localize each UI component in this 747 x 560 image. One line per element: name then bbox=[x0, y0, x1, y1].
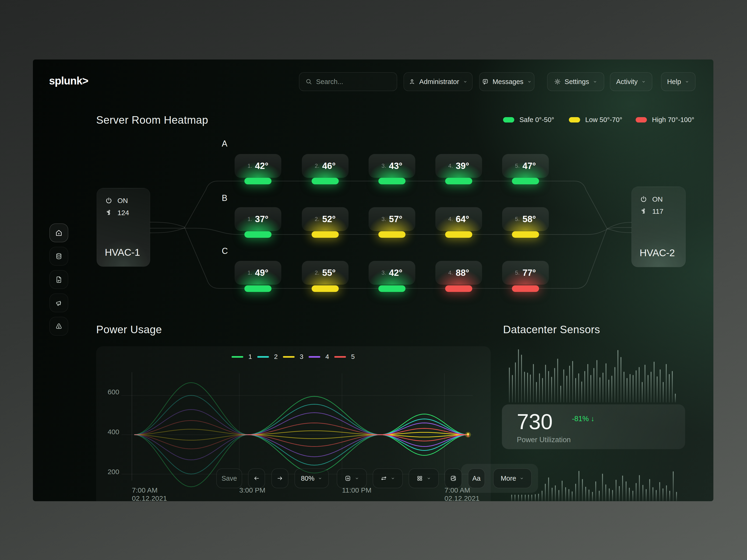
sidebar-item-megaphone[interactable] bbox=[50, 294, 68, 312]
series-swatch bbox=[283, 356, 294, 358]
sensor-node-A-2[interactable]: 2. 46° bbox=[302, 154, 349, 178]
toolbar-arrow-left-button[interactable] bbox=[248, 469, 265, 488]
series-swatch bbox=[309, 356, 320, 358]
chevron-down-icon bbox=[427, 476, 431, 481]
sensor-bar bbox=[629, 374, 630, 402]
menu-administrator[interactable]: Administrator bbox=[404, 72, 472, 91]
toolbar-image-button[interactable] bbox=[445, 469, 462, 488]
grid-icon bbox=[416, 475, 423, 482]
series-name: 3 bbox=[300, 353, 304, 361]
node-index: 2. bbox=[315, 163, 319, 169]
sensor-bar bbox=[530, 374, 531, 402]
sensor-node-C-1[interactable]: 1. 49° bbox=[235, 261, 281, 285]
power-legend-item-4: 4 bbox=[309, 353, 329, 361]
sensor-node-B-5[interactable]: 5. 58° bbox=[502, 207, 549, 231]
sensor-node-C-5[interactable]: 5. 77° bbox=[502, 261, 549, 285]
menu-messages[interactable]: Messages bbox=[479, 72, 534, 91]
menu-help[interactable]: Help bbox=[661, 72, 695, 91]
sensor-node-A-4[interactable]: 4. 39° bbox=[435, 154, 482, 178]
sensor-node-B-3[interactable]: 3. 57° bbox=[368, 207, 415, 231]
sidebar-item-document[interactable] bbox=[50, 270, 68, 289]
image-icon bbox=[450, 475, 457, 482]
menu-label: Messages bbox=[493, 78, 523, 86]
power-legend-item-5: 5 bbox=[334, 353, 355, 361]
sidebar-item-alert[interactable] bbox=[50, 317, 68, 336]
sensor-bar bbox=[639, 367, 640, 402]
hvac-2-card[interactable]: ON 117 HVAC-2 bbox=[632, 187, 686, 267]
sensor-bar bbox=[548, 477, 549, 501]
hvac-1-card[interactable]: ON 124 HVAC-1 bbox=[97, 188, 150, 267]
toolbar-sliders-button[interactable] bbox=[373, 469, 403, 488]
toolbar-save-button[interactable]: Save bbox=[216, 469, 242, 488]
sensor-bar bbox=[572, 491, 573, 501]
node-index: 1. bbox=[248, 163, 252, 169]
sensor-node-C-2[interactable]: 2. 55° bbox=[302, 261, 349, 285]
node-temp: 47° bbox=[522, 161, 536, 171]
node-temp: 88° bbox=[456, 268, 469, 278]
user-icon bbox=[409, 78, 415, 85]
node-status-pill bbox=[445, 178, 472, 184]
sensor-node-B-2[interactable]: 2. 52° bbox=[302, 207, 349, 231]
sensor-bar bbox=[582, 479, 583, 501]
node-index: 2. bbox=[315, 269, 319, 276]
search-box[interactable] bbox=[299, 72, 397, 91]
sensor-bar bbox=[593, 368, 594, 402]
chevron-down-icon bbox=[318, 476, 323, 481]
search-input[interactable] bbox=[316, 78, 386, 86]
sensor-node-C-3[interactable]: 3. 42° bbox=[368, 261, 415, 285]
menu-activity[interactable]: Activity bbox=[610, 72, 652, 91]
sensor-bar bbox=[614, 367, 615, 402]
node-index: 3. bbox=[382, 216, 386, 222]
x-tick: 7:00 AM02.12.2021 bbox=[132, 486, 167, 501]
node-status-pill bbox=[312, 285, 339, 292]
node-status-pill bbox=[445, 285, 472, 292]
node-status-pill bbox=[312, 231, 339, 238]
y-tick: 200 bbox=[101, 468, 119, 476]
sensor-bar bbox=[617, 350, 618, 402]
sensor-bar bbox=[654, 362, 654, 402]
sensor-bar bbox=[558, 490, 559, 501]
toolbar-grid-button[interactable] bbox=[409, 469, 439, 488]
sensor-bar bbox=[672, 371, 673, 402]
sensor-bar bbox=[511, 495, 512, 501]
series-swatch bbox=[257, 356, 269, 358]
node-index: 5. bbox=[515, 163, 520, 169]
legend-label: Safe 0°-50° bbox=[519, 116, 554, 124]
sidebar-item-home[interactable] bbox=[50, 223, 68, 242]
sensor-node-B-4[interactable]: 4. 64° bbox=[435, 207, 482, 231]
sensor-bar bbox=[656, 490, 656, 501]
sensor-node-A-5[interactable]: 5. 47° bbox=[502, 154, 549, 178]
sensor-node-C-4[interactable]: 4. 88° bbox=[435, 261, 482, 285]
hvac-fan-count: 117 bbox=[652, 208, 664, 215]
sensor-bar bbox=[536, 382, 537, 402]
menu-settings[interactable]: Settings bbox=[547, 72, 604, 91]
sensor-node-A-3[interactable]: 3. 43° bbox=[368, 154, 415, 178]
stat-value: 730 bbox=[517, 409, 553, 434]
sensor-bar bbox=[596, 360, 597, 402]
sensor-node-A-1[interactable]: 1. 42° bbox=[235, 154, 281, 178]
sidebar-item-database[interactable] bbox=[50, 247, 68, 266]
arrow-left-icon bbox=[253, 475, 260, 482]
chevron-down-icon bbox=[685, 79, 689, 84]
toolbar-80-pct-button[interactable]: 80% bbox=[294, 469, 329, 488]
node-temp: 52° bbox=[322, 214, 335, 224]
sensor-bar bbox=[569, 366, 570, 402]
legend-swatch bbox=[503, 117, 514, 123]
sensor-bar bbox=[642, 382, 643, 402]
toolbar-bar-chart-button[interactable] bbox=[337, 469, 367, 488]
toolbar-more-button[interactable]: More bbox=[493, 469, 532, 488]
toolbar-label: 80% bbox=[301, 475, 314, 482]
toolbar-arrow-right-button[interactable] bbox=[272, 469, 288, 488]
sensor-bar bbox=[676, 492, 677, 501]
sensor-node-B-1[interactable]: 1. 37° bbox=[235, 207, 281, 231]
toolbar-label: Save bbox=[222, 475, 237, 482]
sensor-bar bbox=[590, 375, 591, 402]
row-label-C: C bbox=[222, 246, 228, 256]
sensor-bar bbox=[623, 372, 624, 402]
toolbar-aa-button[interactable]: Aa bbox=[468, 469, 485, 488]
sensor-bar bbox=[565, 487, 566, 501]
sensor-bar bbox=[649, 479, 650, 501]
sensor-bar bbox=[659, 482, 660, 501]
sensor-bar bbox=[548, 371, 549, 402]
sensor-bar bbox=[675, 394, 676, 402]
